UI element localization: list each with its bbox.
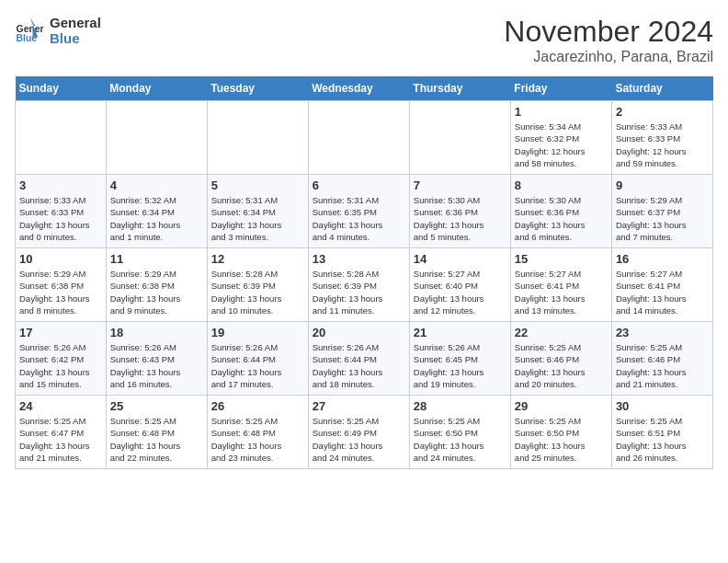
day-info: Sunrise: 5:25 AM Sunset: 6:47 PM Dayligh… <box>19 415 102 464</box>
day-number: 21 <box>414 326 506 339</box>
day-number: 12 <box>211 252 304 266</box>
day-number: 22 <box>515 326 608 339</box>
day-info: Sunrise: 5:25 AM Sunset: 6:49 PM Dayligh… <box>313 415 405 464</box>
weekday-header-monday: Monday <box>106 76 207 101</box>
day-number: 27 <box>313 399 405 413</box>
calendar-cell: 16Sunrise: 5:27 AM Sunset: 6:41 PM Dayli… <box>611 248 712 322</box>
day-info: Sunrise: 5:28 AM Sunset: 6:39 PM Dayligh… <box>313 268 405 316</box>
day-info: Sunrise: 5:29 AM Sunset: 6:38 PM Dayligh… <box>110 268 203 316</box>
calendar-cell: 5Sunrise: 5:31 AM Sunset: 6:34 PM Daylig… <box>207 175 308 248</box>
calendar-cell: 18Sunrise: 5:26 AM Sunset: 6:43 PM Dayli… <box>106 322 207 396</box>
day-info: Sunrise: 5:26 AM Sunset: 6:44 PM Dayligh… <box>313 341 405 390</box>
day-info: Sunrise: 5:25 AM Sunset: 6:48 PM Dayligh… <box>211 415 304 464</box>
day-number: 29 <box>515 399 608 413</box>
day-number: 23 <box>616 326 709 339</box>
logo-icon: General Blue <box>15 16 44 45</box>
day-info: Sunrise: 5:31 AM Sunset: 6:34 PM Dayligh… <box>211 194 304 243</box>
calendar-cell: 19Sunrise: 5:26 AM Sunset: 6:44 PM Dayli… <box>207 322 308 396</box>
calendar-cell: 2Sunrise: 5:33 AM Sunset: 6:33 PM Daylig… <box>611 101 712 175</box>
calendar-cell: 6Sunrise: 5:31 AM Sunset: 6:35 PM Daylig… <box>308 175 409 248</box>
day-number: 1 <box>515 105 608 119</box>
calendar-cell: 22Sunrise: 5:25 AM Sunset: 6:46 PM Dayli… <box>510 322 611 396</box>
calendar-cell: 25Sunrise: 5:25 AM Sunset: 6:48 PM Dayli… <box>106 396 207 469</box>
calendar-week-5: 24Sunrise: 5:25 AM Sunset: 6:47 PM Dayli… <box>16 396 713 469</box>
day-info: Sunrise: 5:29 AM Sunset: 6:37 PM Dayligh… <box>616 194 709 243</box>
calendar-cell: 12Sunrise: 5:28 AM Sunset: 6:39 PM Dayli… <box>207 248 308 322</box>
day-info: Sunrise: 5:26 AM Sunset: 6:44 PM Dayligh… <box>211 341 304 390</box>
month-title: November 2024 <box>504 15 713 49</box>
day-number: 17 <box>19 326 102 339</box>
logo: General Blue General Blue <box>15 15 101 46</box>
calendar-cell: 28Sunrise: 5:25 AM Sunset: 6:50 PM Dayli… <box>409 396 510 469</box>
weekday-header-sunday: Sunday <box>16 76 107 101</box>
day-number: 11 <box>110 252 203 266</box>
calendar-cell <box>106 101 207 175</box>
calendar-cell <box>308 101 409 175</box>
location-title: Jacarezinho, Parana, Brazil <box>504 49 713 65</box>
calendar-cell: 15Sunrise: 5:27 AM Sunset: 6:41 PM Dayli… <box>510 248 611 322</box>
logo-blue: Blue <box>50 30 101 46</box>
day-number: 20 <box>313 326 405 339</box>
day-number: 14 <box>414 252 506 266</box>
day-info: Sunrise: 5:33 AM Sunset: 6:33 PM Dayligh… <box>616 121 709 169</box>
day-number: 6 <box>313 178 405 192</box>
day-number: 8 <box>515 178 608 192</box>
day-info: Sunrise: 5:25 AM Sunset: 6:50 PM Dayligh… <box>414 415 506 464</box>
day-number: 3 <box>19 178 102 192</box>
calendar-table: SundayMondayTuesdayWednesdayThursdayFrid… <box>15 76 713 469</box>
calendar-cell: 29Sunrise: 5:25 AM Sunset: 6:50 PM Dayli… <box>510 396 611 469</box>
calendar-cell <box>16 101 107 175</box>
svg-text:General: General <box>17 24 44 34</box>
calendar-cell <box>409 101 510 175</box>
day-info: Sunrise: 5:27 AM Sunset: 6:40 PM Dayligh… <box>414 268 506 316</box>
day-info: Sunrise: 5:28 AM Sunset: 6:39 PM Dayligh… <box>211 268 304 316</box>
day-info: Sunrise: 5:27 AM Sunset: 6:41 PM Dayligh… <box>616 268 709 316</box>
day-info: Sunrise: 5:32 AM Sunset: 6:34 PM Dayligh… <box>110 194 203 243</box>
calendar-cell: 11Sunrise: 5:29 AM Sunset: 6:38 PM Dayli… <box>106 248 207 322</box>
day-info: Sunrise: 5:30 AM Sunset: 6:36 PM Dayligh… <box>515 194 608 243</box>
weekday-header-tuesday: Tuesday <box>207 76 308 101</box>
day-number: 26 <box>211 399 304 413</box>
day-number: 10 <box>19 252 102 266</box>
day-info: Sunrise: 5:26 AM Sunset: 6:45 PM Dayligh… <box>414 341 506 390</box>
day-number: 30 <box>616 399 709 413</box>
day-info: Sunrise: 5:34 AM Sunset: 6:32 PM Dayligh… <box>515 121 608 169</box>
calendar-cell: 7Sunrise: 5:30 AM Sunset: 6:36 PM Daylig… <box>409 175 510 248</box>
calendar-cell: 4Sunrise: 5:32 AM Sunset: 6:34 PM Daylig… <box>106 175 207 248</box>
calendar-cell: 23Sunrise: 5:25 AM Sunset: 6:46 PM Dayli… <box>611 322 712 396</box>
page-header: General Blue General Blue November 2024 … <box>15 15 713 65</box>
day-number: 13 <box>313 252 405 266</box>
day-info: Sunrise: 5:25 AM Sunset: 6:50 PM Dayligh… <box>515 415 608 464</box>
calendar-cell: 14Sunrise: 5:27 AM Sunset: 6:40 PM Dayli… <box>409 248 510 322</box>
day-number: 25 <box>110 399 203 413</box>
calendar-cell: 10Sunrise: 5:29 AM Sunset: 6:38 PM Dayli… <box>16 248 107 322</box>
calendar-cell: 24Sunrise: 5:25 AM Sunset: 6:47 PM Dayli… <box>16 396 107 469</box>
day-number: 15 <box>515 252 608 266</box>
day-info: Sunrise: 5:25 AM Sunset: 6:51 PM Dayligh… <box>616 415 709 464</box>
calendar-week-4: 17Sunrise: 5:26 AM Sunset: 6:42 PM Dayli… <box>16 322 713 396</box>
calendar-cell: 3Sunrise: 5:33 AM Sunset: 6:33 PM Daylig… <box>16 175 107 248</box>
calendar-cell: 9Sunrise: 5:29 AM Sunset: 6:37 PM Daylig… <box>611 175 712 248</box>
calendar-week-2: 3Sunrise: 5:33 AM Sunset: 6:33 PM Daylig… <box>16 175 713 248</box>
day-info: Sunrise: 5:26 AM Sunset: 6:42 PM Dayligh… <box>19 341 102 390</box>
calendar-cell: 8Sunrise: 5:30 AM Sunset: 6:36 PM Daylig… <box>510 175 611 248</box>
calendar-week-1: 1Sunrise: 5:34 AM Sunset: 6:32 PM Daylig… <box>16 101 713 175</box>
day-info: Sunrise: 5:33 AM Sunset: 6:33 PM Dayligh… <box>19 194 102 243</box>
calendar-cell: 30Sunrise: 5:25 AM Sunset: 6:51 PM Dayli… <box>611 396 712 469</box>
calendar-cell: 13Sunrise: 5:28 AM Sunset: 6:39 PM Dayli… <box>308 248 409 322</box>
day-number: 5 <box>211 178 304 192</box>
calendar-cell <box>207 101 308 175</box>
day-number: 24 <box>19 399 102 413</box>
day-info: Sunrise: 5:27 AM Sunset: 6:41 PM Dayligh… <box>515 268 608 316</box>
day-info: Sunrise: 5:26 AM Sunset: 6:43 PM Dayligh… <box>110 341 203 390</box>
day-number: 4 <box>110 178 203 192</box>
day-info: Sunrise: 5:25 AM Sunset: 6:46 PM Dayligh… <box>515 341 608 390</box>
day-number: 18 <box>110 326 203 339</box>
day-number: 2 <box>616 105 709 119</box>
day-number: 9 <box>616 178 709 192</box>
calendar-cell: 17Sunrise: 5:26 AM Sunset: 6:42 PM Dayli… <box>16 322 107 396</box>
weekday-header-wednesday: Wednesday <box>308 76 409 101</box>
day-number: 16 <box>616 252 709 266</box>
day-number: 19 <box>211 326 304 339</box>
day-info: Sunrise: 5:25 AM Sunset: 6:46 PM Dayligh… <box>616 341 709 390</box>
